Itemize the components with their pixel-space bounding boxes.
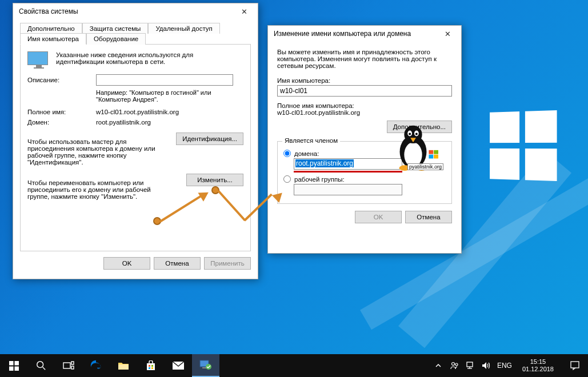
svg-rect-17 <box>14 366 19 371</box>
titlebar[interactable]: Свойства системы ✕ <box>13 3 258 19</box>
svg-rect-26 <box>151 365 153 367</box>
system-properties-dialog: Свойства системы ✕ Дополнительно Защита … <box>13 3 258 279</box>
full-name-label: Полное имя компьютера: <box>277 102 452 109</box>
svg-rect-10 <box>429 150 433 154</box>
mail-icon[interactable] <box>165 354 192 377</box>
close-button[interactable]: ✕ <box>233 4 255 19</box>
description-label: Описание: <box>27 77 96 83</box>
store-icon[interactable] <box>137 354 165 377</box>
workgroup-radio-label: рабочей группы: <box>294 176 345 183</box>
domain-radio-label: домена: <box>294 150 319 157</box>
svg-rect-20 <box>63 363 70 368</box>
tab-protection[interactable]: Защита системы <box>82 23 149 34</box>
svg-point-5 <box>409 133 411 135</box>
rename-text: Чтобы переименовать компьютер или присое… <box>27 179 165 200</box>
watermark-text: pyatilistnik.org <box>407 163 443 170</box>
clock-date: 01.12.2018 <box>522 366 554 373</box>
cancel-button[interactable]: Отмена <box>154 257 201 270</box>
svg-rect-22 <box>71 366 74 369</box>
tray-chevron-up-icon[interactable] <box>433 363 443 368</box>
file-explorer-icon[interactable] <box>110 354 137 377</box>
svg-rect-14 <box>9 361 14 366</box>
desktop-windows-logo <box>490 110 557 181</box>
svg-line-19 <box>43 367 46 370</box>
language-indicator[interactable]: ENG <box>497 362 512 370</box>
close-button[interactable]: ✕ <box>436 26 459 41</box>
clock-time: 15:15 <box>522 358 554 366</box>
svg-rect-27 <box>149 367 150 369</box>
clock[interactable]: 15:15 01.12.2018 <box>518 358 558 373</box>
fullname-value: w10-cl01.root.pyatilistnik.org <box>96 109 243 115</box>
full-name-value: w10-cl01.root.pyatilistnik.org <box>277 109 452 116</box>
dialog-title: Свойства системы <box>19 7 233 15</box>
svg-rect-16 <box>9 366 14 371</box>
action-center-icon[interactable] <box>564 354 586 377</box>
svg-point-33 <box>451 363 454 366</box>
watermark-image: pyatilistnik.org <box>382 121 445 171</box>
dialog-title: Изменение имени компьютера или домена <box>274 30 436 38</box>
svg-marker-38 <box>482 362 486 369</box>
svg-point-6 <box>415 133 418 135</box>
system-tray[interactable]: ENG 15:15 01.12.2018 <box>433 354 588 377</box>
svg-rect-15 <box>14 361 19 366</box>
intro-text: Указанные ниже сведения используются для… <box>56 51 227 65</box>
member-of-legend: Является членом <box>282 137 340 144</box>
task-view-icon[interactable] <box>55 354 82 377</box>
intro-text: Вы можете изменить имя и принадлежность … <box>277 49 452 69</box>
svg-rect-31 <box>202 367 206 368</box>
change-name-dialog: Изменение имени компьютера или домена ✕ … <box>267 25 462 254</box>
edge-icon[interactable] <box>82 354 110 377</box>
svg-rect-21 <box>71 362 74 364</box>
titlebar[interactable]: Изменение имени компьютера или домена ✕ <box>268 26 461 42</box>
cancel-button[interactable]: Отмена <box>405 211 452 223</box>
svg-rect-24 <box>147 363 155 370</box>
description-input[interactable] <box>96 74 233 86</box>
people-icon[interactable] <box>449 361 459 370</box>
svg-rect-25 <box>149 365 150 367</box>
svg-rect-23 <box>118 364 129 370</box>
tab-remote[interactable]: Удаленный доступ <box>148 23 219 34</box>
tab-computer-name[interactable]: Имя компьютера <box>20 33 86 45</box>
domain-radio[interactable] <box>283 150 291 157</box>
ok-button[interactable]: OK <box>355 211 402 223</box>
computer-name-label: Имя компьютера: <box>277 77 452 84</box>
workgroup-radio[interactable] <box>283 175 291 183</box>
svg-point-18 <box>37 362 43 368</box>
search-icon[interactable] <box>27 354 55 377</box>
svg-rect-35 <box>467 362 473 367</box>
computer-icon <box>27 51 50 69</box>
domain-input-selection: root.pyatilistnik.org <box>295 159 354 167</box>
svg-point-34 <box>455 363 458 366</box>
svg-rect-39 <box>571 362 579 368</box>
taskbar[interactable]: ENG 15:15 01.12.2018 <box>0 354 588 377</box>
svg-rect-13 <box>434 155 438 159</box>
identification-button[interactable]: Идентификация... <box>176 133 243 145</box>
tab-advanced[interactable]: Дополнительно <box>20 23 82 34</box>
svg-rect-11 <box>434 150 438 154</box>
domain-value: root.pyatilistnik.org <box>96 119 243 126</box>
tab-hardware[interactable]: Оборудование <box>86 33 146 45</box>
computer-name-input[interactable] <box>277 85 452 97</box>
svg-rect-28 <box>151 367 153 369</box>
apply-button[interactable]: Применить <box>204 257 251 270</box>
start-button[interactable] <box>0 354 27 377</box>
description-hint: Например: "Компьютер в гостиной" или "Ко… <box>96 89 243 103</box>
domain-label: Домен: <box>27 119 96 126</box>
svg-rect-12 <box>429 155 433 159</box>
fullname-label: Полное имя: <box>27 109 96 115</box>
system-properties-taskbar-icon[interactable] <box>192 354 219 377</box>
network-icon[interactable] <box>465 362 475 370</box>
change-button[interactable]: Изменить... <box>186 174 243 186</box>
wizard-text: Чтобы использовать мастер для присоедине… <box>27 138 165 166</box>
ok-button[interactable]: OK <box>103 257 150 270</box>
volume-icon[interactable] <box>481 362 491 370</box>
workgroup-input[interactable] <box>294 184 402 195</box>
